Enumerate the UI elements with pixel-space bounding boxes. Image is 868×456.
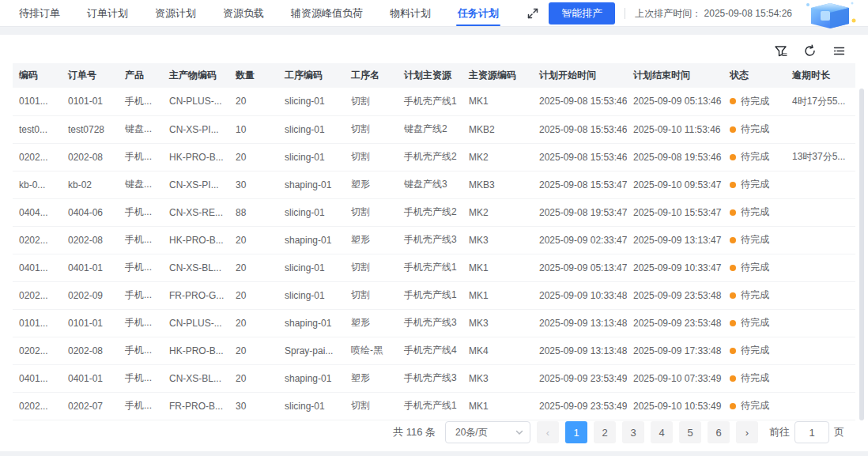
column-header: 工序编码 <box>278 63 345 88</box>
table-row[interactable]: kb-0...kb-02键盘...CN-XS-PI...30shaping-01… <box>13 171 855 198</box>
cell-start: 2025-09-08 15:53:46 <box>533 143 627 171</box>
table-row[interactable]: 0101...0101-01手机...CN-PLUS-...20shaping-… <box>13 309 855 337</box>
cell-start: 2025-09-08 15:53:46 <box>533 115 627 143</box>
cell-order_no: 0401-01 <box>62 254 119 281</box>
cell-order_no: 0401-01 <box>62 364 119 392</box>
cell-qty: 20 <box>229 337 278 364</box>
column-header: 工序名 <box>345 63 398 88</box>
cell-resource: 手机壳产线1 <box>398 88 462 115</box>
fullscreen-icon[interactable] <box>526 7 539 20</box>
nav-tab[interactable]: 资源计划 <box>153 0 198 26</box>
table-row[interactable]: 0202...0202-07手机...FR-PRO-B...30slicing-… <box>13 392 855 420</box>
cell-op_code: slicing-01 <box>278 143 345 171</box>
cell-resource_code: MK4 <box>462 337 533 364</box>
cell-qty: 30 <box>229 171 278 198</box>
cell-overdue: 13时37分5... <box>786 143 855 171</box>
cell-start: 2025-09-09 23:53:49 <box>533 392 627 420</box>
prev-page-button[interactable]: ‹ <box>537 421 559 443</box>
cell-item_code: CN-PLUS-... <box>163 88 229 115</box>
status-label: 待完成 <box>741 399 769 413</box>
goto-label: 前往 <box>769 425 790 439</box>
column-header: 计划结束时间 <box>627 63 723 88</box>
column-header: 主产物编码 <box>163 63 229 88</box>
table-row[interactable]: 0202...0202-09手机...FR-PRO-G...20slicing-… <box>13 281 855 309</box>
cell-status: 待完成 <box>723 281 786 309</box>
status-dot-icon <box>730 154 736 160</box>
table-row[interactable]: test0...test0728键盘...CN-XS-PI...10slicin… <box>13 115 855 143</box>
cell-resource_code: MK3 <box>462 226 533 254</box>
table-row[interactable]: 0401...0401-01手机...CN-XS-BL...20shaping-… <box>13 364 855 392</box>
cell-item_code: CN-PLUS-... <box>163 309 229 337</box>
table-body: 0101...0101-01手机...CN-PLUS-...20slicing-… <box>13 88 855 420</box>
cell-status: 待完成 <box>723 364 786 392</box>
table-header-row: 编码订单号产品主产物编码数量工序编码工序名计划主资源主资源编码计划开始时间计划结… <box>13 63 855 88</box>
nav-tab[interactable]: 任务计划 <box>456 0 500 26</box>
cell-status: 待完成 <box>723 226 786 254</box>
next-page-button[interactable]: › <box>736 421 758 443</box>
cell-resource: 手机壳产线1 <box>398 281 462 309</box>
cell-op_name: 切割 <box>345 392 398 420</box>
cell-item_code: FR-PRO-B... <box>163 392 229 420</box>
cell-resource: 手机壳产线2 <box>398 143 462 171</box>
cell-qty: 20 <box>229 309 278 337</box>
cell-resource: 手机壳产线3 <box>398 226 462 254</box>
nav-tab[interactable]: 订单计划 <box>85 0 130 26</box>
page-size-select[interactable]: 20条/页 <box>445 421 530 443</box>
page-button-2[interactable]: 2 <box>594 421 616 443</box>
cell-item_code: CN-XS-PI... <box>163 115 229 143</box>
cell-status: 待完成 <box>723 171 786 198</box>
nav-tab[interactable]: 待排订单 <box>17 0 62 26</box>
cell-item_code: HK-PRO-B... <box>163 143 229 171</box>
cell-order_no: 0202-08 <box>62 337 119 364</box>
status-dot-icon <box>730 98 736 104</box>
page-button-4[interactable]: 4 <box>651 421 673 443</box>
cell-end: 2025-09-10 11:53:46 <box>627 115 723 143</box>
cell-start: 2025-09-09 05:13:47 <box>533 254 627 281</box>
cell-status: 待完成 <box>723 198 786 226</box>
cell-resource_code: MK1 <box>462 281 533 309</box>
cell-code: 0202... <box>13 143 62 171</box>
status-dot-icon <box>730 126 736 133</box>
cell-product: 手机... <box>119 254 163 281</box>
page-button-1[interactable]: 1 <box>565 421 587 443</box>
vertical-scrollbar-thumb[interactable] <box>859 89 864 420</box>
status-dot-icon <box>730 292 736 299</box>
table-row[interactable]: 0404...0404-06手机...CN-XS-RE...88slicing-… <box>13 198 855 226</box>
cell-qty: 30 <box>229 392 278 420</box>
cell-op_code: slicing-01 <box>278 115 345 143</box>
cell-op_name: 切割 <box>345 115 398 143</box>
cell-qty: 20 <box>229 281 278 309</box>
cell-overdue <box>786 337 855 364</box>
table-row[interactable]: 0202...0202-08手机...HK-PRO-B...20shaping-… <box>13 226 855 254</box>
table-row[interactable]: 0401...0401-01手机...CN-XS-BL...20slicing-… <box>13 254 855 281</box>
column-header: 计划开始时间 <box>533 63 627 88</box>
smart-schedule-button[interactable]: 智能排产 <box>549 2 615 24</box>
nav-tab[interactable]: 辅资源峰值负荷 <box>289 0 364 26</box>
cell-status: 待完成 <box>723 254 786 281</box>
table-row[interactable]: 0202...0202-08手机...HK-PRO-B...20Spray-pa… <box>13 337 855 364</box>
refresh-icon[interactable] <box>803 44 817 58</box>
cell-op_name: 切割 <box>345 254 398 281</box>
column-settings-icon[interactable] <box>832 44 846 58</box>
table-row[interactable]: 0202...0202-08手机...HK-PRO-B...20slicing-… <box>13 143 855 171</box>
topbar-actions: 智能排产 上次排产时间： 2025-09-08 15:54:26 <box>526 0 792 27</box>
table-row[interactable]: 0101...0101-01手机...CN-PLUS-...20slicing-… <box>13 88 855 115</box>
cell-product: 手机... <box>119 198 163 226</box>
filter-icon[interactable] <box>774 44 787 58</box>
nav-tab[interactable]: 资源负载 <box>221 0 266 26</box>
cell-end: 2025-09-08 19:53:46 <box>627 143 723 171</box>
page-button-6[interactable]: 6 <box>708 421 730 443</box>
page-button-5[interactable]: 5 <box>679 421 701 443</box>
cell-end: 2025-09-09 10:33:47 <box>627 254 723 281</box>
cell-qty: 20 <box>229 364 278 392</box>
page-button-3[interactable]: 3 <box>622 421 644 443</box>
nav-tab[interactable]: 物料计划 <box>388 0 432 26</box>
prev-icon: ‹ <box>546 427 549 439</box>
column-header: 逾期时长 <box>786 63 855 88</box>
cell-resource_code: MK1 <box>462 88 533 115</box>
last-schedule-time: 上次排产时间： 2025-09-08 15:54:26 <box>635 7 792 21</box>
cell-start: 2025-09-09 13:13:48 <box>533 309 627 337</box>
goto-page-input[interactable] <box>794 421 829 443</box>
cell-overdue <box>786 198 855 226</box>
last-schedule-label: 上次排产时间： <box>635 8 701 19</box>
